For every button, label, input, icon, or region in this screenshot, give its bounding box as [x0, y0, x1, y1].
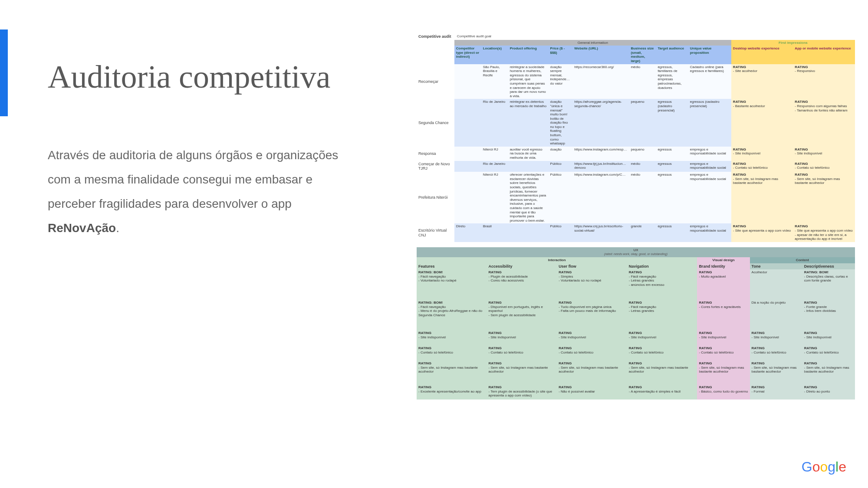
t2-cell: RATING- Sem site, só Instagram mas basta…	[557, 360, 627, 384]
t1-cell: egressos (cadastro presencial)	[656, 99, 688, 147]
t2-cell: RATING- Formal	[750, 384, 802, 400]
t2-cell: RATING- Tem plugin de acessibilidade (o …	[487, 384, 557, 400]
t2-col-header: Features	[417, 263, 487, 270]
t1-cell: https://www.cnj.jus.br/escritorio-social…	[572, 223, 629, 242]
t2-section-content: Content	[750, 257, 855, 263]
t2-cell: RATING- Sem site, só Instagram mas basta…	[627, 360, 697, 384]
right-column: Competitive audit Competitive audit goal…	[417, 33, 855, 400]
google-logo: Google	[802, 459, 846, 475]
t1-section-first: First impressions	[731, 40, 855, 46]
table-row: ResponsaNiterói RJauxiliar você egresso …	[417, 147, 855, 161]
table-row: RATING- Sem site, só Instagram mas basta…	[417, 360, 855, 384]
t1-first-cell: RATING- Contato só telefônico	[731, 161, 793, 172]
t2-cell: RATING- Básico, como tudo do governo	[697, 384, 750, 400]
t2-cell: RATING- A apresentação é simples e fácil	[627, 384, 697, 400]
t2-cell: RATING- Contato só telefônico	[627, 345, 697, 360]
t2-cell: RATING- Excelente apresentação/convite a…	[417, 384, 487, 400]
t1-competitor-name: Começar de Novo TJRJ	[417, 161, 454, 172]
t1-cell: auxiliar você egresso na busca de uma me…	[508, 147, 549, 161]
table-row: RATING- Excelente apresentação/convite a…	[417, 384, 855, 400]
t2-cell: RATING- Direto ao ponto	[802, 384, 855, 400]
t2-cell: RATING- Site indisponível	[417, 330, 487, 345]
t2-cell: RATING- Contato só telefônico	[557, 345, 627, 360]
t2-cell: RATING- Site indisponível	[697, 330, 750, 345]
t1-cell: pequeno	[629, 147, 656, 161]
t2-cell: RATING: BOM!- Fácil navegação - Voluntar…	[417, 269, 487, 300]
t1-first-cell: RATING- Site que apresenta o app com víd…	[793, 223, 855, 242]
t1-cell: pequeno	[629, 99, 656, 147]
t1-cell: médio	[629, 172, 656, 223]
t1-cell: egressos (cadastro presencial)	[688, 99, 731, 147]
t2-col-header: User flow	[557, 263, 627, 270]
t1-cell: egressos	[656, 161, 688, 172]
t1-cell: doação	[549, 147, 573, 161]
t1-cell	[454, 161, 481, 172]
t1-cell: médio	[629, 64, 656, 99]
t2-header-row: FeaturesAccessibilityUser flowNavigation…	[417, 263, 855, 270]
accent-bar	[0, 29, 8, 116]
t2-cell: Acolhedor	[750, 269, 802, 300]
t2-cell: RATING- Contato só telefônico	[802, 345, 855, 360]
t2-section-interaction: Interaction	[417, 257, 697, 263]
t1-cell: empregos e responsabilidade social	[688, 161, 731, 172]
t1-cell: Cadastro online (para egressos e familia…	[688, 64, 731, 99]
t2-cell: RATING- Site indisponível	[557, 330, 627, 345]
t1-cell: empregos e responsabilidade social	[688, 172, 731, 223]
t1-first-cell: RATING- Site acolhedor	[731, 64, 793, 99]
t1-col-header: Price ($ - $$$)	[549, 46, 573, 64]
body-before: Através de auditoria de alguns órgãos e …	[48, 148, 338, 210]
t1-cell: Público	[549, 161, 573, 172]
t1-competitor-name: Prefeitura Niterói	[417, 172, 454, 223]
body-text: Através de auditoria de alguns órgãos e …	[48, 143, 360, 240]
page-title: Auditoria competitiva	[48, 59, 360, 95]
t1-first-cell: RATING- Sem site, só Instagram mas basta…	[793, 172, 855, 223]
t2-col-header: Tone	[750, 263, 802, 270]
t1-cell: egressos, familiares de egressos, empres…	[656, 64, 688, 99]
t1-first-cell: RATING- Sem site, só Instagram mas basta…	[731, 172, 793, 223]
t1-audit-label: Competitive audit	[417, 33, 454, 40]
t1-cell: Brasil	[481, 223, 508, 242]
t1-cell	[508, 161, 549, 172]
t1-cell	[454, 172, 481, 223]
t2-col-header: Brand Identity	[697, 263, 750, 270]
t1-cell: reintegrar ex-detentos ao mercado de tra…	[508, 99, 549, 147]
t2-cell: RATING: BOM!- Descrições claras, curtas …	[802, 269, 855, 300]
t1-col-header-first: Desktop website experience	[731, 46, 793, 64]
t1-header-row: Competitor type (direct or indirect)Loca…	[417, 46, 855, 64]
t1-cell: São Paulo, Brasília e Recife	[481, 64, 508, 99]
t2-cell: RATING- Contato só telefônico	[487, 345, 557, 360]
t2-ux-sub: (rated: needs work, okay, good, or outst…	[604, 252, 667, 255]
table-row: RecomeçarSão Paulo, Brasília e Reciferei…	[417, 64, 855, 99]
t1-cell: Niterói RJ	[481, 147, 508, 161]
table-row: Escritório Virtual CNJDiretoBrasilPúblic…	[417, 223, 855, 242]
t1-cell: Rio de Janeiro	[481, 99, 508, 147]
t1-cell: Rio de Janeiro	[481, 161, 508, 172]
table-row: RATING- Site indisponívelRATING- Site in…	[417, 330, 855, 345]
t1-goal-label: Competitive audit goal	[454, 33, 855, 40]
t1-cell: Direto	[454, 223, 481, 242]
table-row: RATING- Contato só telefônicoRATING- Con…	[417, 345, 855, 360]
t2-cell: RATING- Cores fortes e agradáveis	[697, 300, 750, 330]
left-column: Auditoria competitiva Através de auditor…	[48, 59, 360, 240]
t1-cell	[454, 99, 481, 147]
t1-col-header: Unique value proposition	[688, 46, 731, 64]
t1-cell: Niterói RJ	[481, 172, 508, 223]
t1-cell: egressos	[656, 172, 688, 223]
t1-cell	[508, 223, 549, 242]
t1-col-header: Product offering	[508, 46, 549, 64]
table-row: Começar de Novo TJRJRio de JaneiroPúblic…	[417, 161, 855, 172]
t2-col-header: Navigation	[627, 263, 697, 270]
t1-first-cell: RATING- Site indisponível	[731, 147, 793, 161]
t1-col-header-first: App or mobile website experience	[793, 46, 855, 64]
t2-cell: RATING- Simples - Voluntariado só no rod…	[557, 269, 627, 300]
t2-cell: RATING- Muito agradável	[697, 269, 750, 300]
t2-ux-title: UX	[633, 248, 638, 252]
t2-col-header: Accessibility	[487, 263, 557, 270]
t1-col-header: Location(s)	[481, 46, 508, 64]
t1-cell: https://afroreggae.org/agencia-segunda-c…	[572, 99, 629, 147]
t2-cell: RATING- Fácil navegação - Letras grandes…	[627, 269, 697, 300]
t2-cell: RATING- Site indisponível	[487, 330, 557, 345]
t1-col-header: Website (URL)	[572, 46, 629, 64]
t1-cell: doação sempre mensal, independente do va…	[549, 64, 573, 99]
t2-cell: RATING- Sem site, só Instagram mas basta…	[750, 360, 802, 384]
